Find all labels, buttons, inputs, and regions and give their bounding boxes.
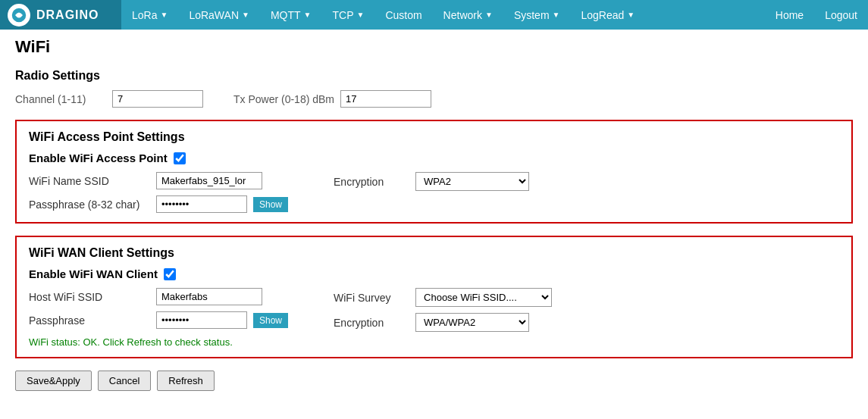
wifi-status-text: WiFi status: OK. Click Refresh to check … xyxy=(29,336,839,348)
wan-passphrase-input[interactable] xyxy=(156,311,247,329)
channel-input[interactable] xyxy=(112,90,203,108)
wan-left-col: Host WiFi SSID Passphrase Show xyxy=(29,288,288,329)
page-content: WiFi Radio Settings Channel (1-11) Tx Po… xyxy=(0,30,868,399)
wan-encryption-row: Encryption WPA/WPA2 WPA2 WPA WEP None xyxy=(334,313,552,332)
nav-item-mqtt[interactable]: MQTT ▼ xyxy=(260,0,322,30)
nav-item-lora[interactable]: LoRa ▼ xyxy=(121,0,178,30)
nav-item-tcp[interactable]: TCP ▼ xyxy=(321,0,374,30)
wan-survey-select[interactable]: Choose WiFi SSID.... xyxy=(415,288,552,307)
nav-item-network[interactable]: Network ▼ xyxy=(433,0,503,30)
wan-enable-checkbox[interactable] xyxy=(164,268,176,280)
ap-show-button[interactable]: Show xyxy=(253,197,288,212)
channel-group: Channel (1-11) xyxy=(15,90,203,108)
txpower-label: Tx Power (0-18) dBm xyxy=(233,93,334,105)
ap-encryption-label: Encryption xyxy=(334,176,409,188)
radio-settings-row: Channel (1-11) Tx Power (0-18) dBm xyxy=(15,90,853,108)
nav-item-system[interactable]: System ▼ xyxy=(503,0,571,30)
nav-item-home[interactable]: Home xyxy=(765,0,814,30)
logo-text: DRAGINO xyxy=(36,8,99,22)
wan-fields: Host WiFi SSID Passphrase Show WiFi Surv… xyxy=(29,288,839,332)
wan-survey-row: WiFi Survey Choose WiFi SSID.... xyxy=(334,288,552,307)
ap-fields: WiFi Name SSID Passphrase (8-32 char) Sh… xyxy=(29,172,839,213)
ap-passphrase-label: Passphrase (8-32 char) xyxy=(29,199,150,211)
wan-ssid-row: Host WiFi SSID xyxy=(29,288,288,305)
wan-encryption-label: Encryption xyxy=(334,317,409,329)
nav-item-logread[interactable]: LogRead ▼ xyxy=(570,0,645,30)
lorawan-arrow-icon: ▼ xyxy=(242,11,249,19)
ap-enable-label: Enable WiFi Access Point xyxy=(29,152,168,164)
footer-buttons: Save&Apply Cancel Refresh xyxy=(15,371,853,391)
wan-encryption-select[interactable]: WPA/WPA2 WPA2 WPA WEP None xyxy=(415,313,529,332)
tcp-arrow-icon: ▼ xyxy=(356,11,364,19)
nav-item-custom[interactable]: Custom xyxy=(374,0,432,30)
ap-enable-row: Enable WiFi Access Point xyxy=(29,152,839,164)
cancel-button[interactable]: Cancel xyxy=(98,371,151,391)
mqtt-arrow-icon: ▼ xyxy=(304,11,312,19)
wan-ssid-input[interactable] xyxy=(156,288,262,305)
radio-settings-title: Radio Settings xyxy=(15,69,853,83)
ap-ssid-label: WiFi Name SSID xyxy=(29,175,150,187)
ap-enable-checkbox[interactable] xyxy=(174,152,186,164)
wan-passphrase-label: Passphrase xyxy=(29,314,150,327)
navbar: DRAGINO LoRa ▼ LoRaWAN ▼ MQTT ▼ TCP ▼ Cu… xyxy=(0,0,868,30)
wan-ssid-label: Host WiFi SSID xyxy=(29,291,150,303)
txpower-group: Tx Power (0-18) dBm xyxy=(233,90,431,108)
wan-right-col: WiFi Survey Choose WiFi SSID.... Encrypt… xyxy=(334,288,552,332)
nav-item-logout[interactable]: Logout xyxy=(814,0,868,30)
wan-enable-label: Enable WiFi WAN Client xyxy=(29,267,158,280)
page-title: WiFi xyxy=(15,37,853,57)
channel-label: Channel (1-11) xyxy=(15,93,106,105)
logread-arrow-icon: ▼ xyxy=(627,11,635,19)
radio-settings-section: Radio Settings Channel (1-11) Tx Power (… xyxy=(15,69,853,108)
logo-icon xyxy=(8,4,30,27)
ap-passphrase-input[interactable] xyxy=(156,195,247,213)
lora-arrow-icon: ▼ xyxy=(160,11,168,19)
wan-show-button[interactable]: Show xyxy=(253,313,288,328)
wan-passphrase-row: Passphrase Show xyxy=(29,311,288,329)
ap-ssid-input[interactable] xyxy=(156,172,262,189)
wan-enable-row: Enable WiFi WAN Client xyxy=(29,267,839,280)
nav-item-lorawan[interactable]: LoRaWAN ▼ xyxy=(178,0,260,30)
nav-logo: DRAGINO xyxy=(0,0,121,30)
ap-left-col: WiFi Name SSID Passphrase (8-32 char) Sh… xyxy=(29,172,288,213)
wan-settings-section: WiFi WAN Client Settings Enable WiFi WAN… xyxy=(15,236,853,358)
ap-encryption-select[interactable]: WPA2 WPA WEP None xyxy=(415,172,529,191)
ap-settings-section: WiFi Access Point Settings Enable WiFi A… xyxy=(15,120,853,224)
network-arrow-icon: ▼ xyxy=(485,11,493,19)
wan-survey-label: WiFi Survey xyxy=(334,292,409,304)
ap-settings-title: WiFi Access Point Settings xyxy=(29,130,839,144)
ap-passphrase-row: Passphrase (8-32 char) Show xyxy=(29,195,288,213)
save-apply-button[interactable]: Save&Apply xyxy=(15,371,92,391)
ap-encryption-row: Encryption WPA2 WPA WEP None xyxy=(334,172,529,191)
system-arrow-icon: ▼ xyxy=(553,11,560,19)
txpower-input[interactable] xyxy=(340,90,431,108)
ap-right-col: Encryption WPA2 WPA WEP None xyxy=(334,172,529,191)
wan-settings-title: WiFi WAN Client Settings xyxy=(29,246,839,260)
ap-ssid-row: WiFi Name SSID xyxy=(29,172,288,189)
refresh-button[interactable]: Refresh xyxy=(157,371,215,391)
